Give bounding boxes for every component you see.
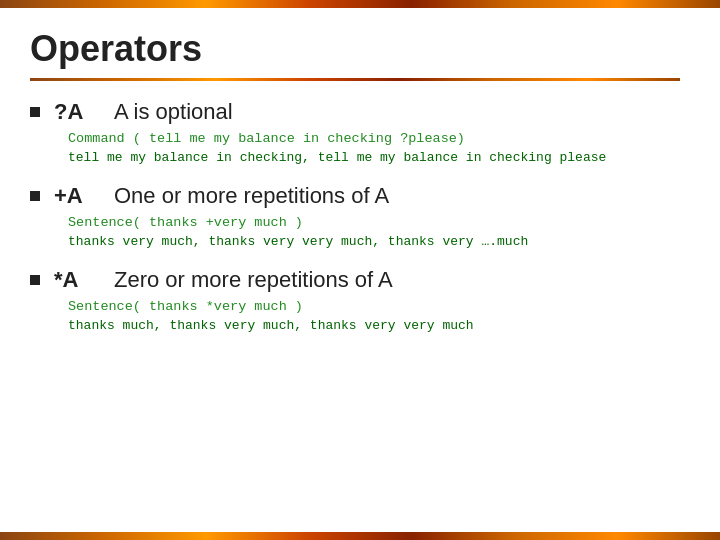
output-example-one-or-more: thanks very much, thanks very very much,…	[68, 234, 680, 249]
code-example-one-or-more: Sentence( thanks +very much )	[68, 215, 680, 230]
operator-symbol-optional: ?A	[54, 99, 114, 125]
operator-description-one-or-more: One or more repetitions of A	[114, 183, 389, 209]
section-header-one-or-more: +A One or more repetitions of A	[30, 183, 680, 209]
operator-description-zero-or-more: Zero or more repetitions of A	[114, 267, 393, 293]
section-header-optional: ?A A is optional	[30, 99, 680, 125]
output-example-zero-or-more: thanks much, thanks very much, thanks ve…	[68, 318, 680, 333]
section-header-zero-or-more: *A Zero or more repetitions of A	[30, 267, 680, 293]
operator-symbol-one-or-more: +A	[54, 183, 114, 209]
operator-description-optional: A is optional	[114, 99, 233, 125]
section-zero-or-more: *A Zero or more repetitions of A Sentenc…	[30, 267, 680, 333]
section-one-or-more: +A One or more repetitions of A Sentence…	[30, 183, 680, 249]
operator-symbol-zero-or-more: *A	[54, 267, 114, 293]
bullet-one-or-more	[30, 191, 40, 201]
main-content: Operators ?A A is optional Command ( tel…	[0, 8, 720, 532]
top-decorative-bar	[0, 0, 720, 8]
title-divider	[30, 78, 680, 81]
code-example-optional: Command ( tell me my balance in checking…	[68, 131, 680, 146]
bullet-optional	[30, 107, 40, 117]
output-example-optional: tell me my balance in checking, tell me …	[68, 150, 680, 165]
section-optional: ?A A is optional Command ( tell me my ba…	[30, 99, 680, 165]
page-title: Operators	[30, 28, 680, 70]
bullet-zero-or-more	[30, 275, 40, 285]
code-example-zero-or-more: Sentence( thanks *very much )	[68, 299, 680, 314]
bottom-decorative-bar	[0, 532, 720, 540]
